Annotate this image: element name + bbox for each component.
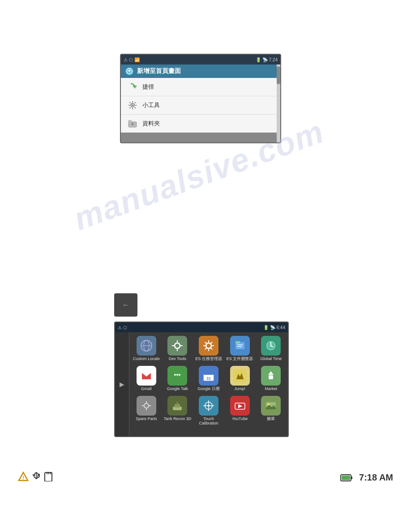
google-talk-icon bbox=[167, 366, 187, 386]
time-text: 7:18 AM bbox=[359, 472, 393, 482]
network-icon: 📡 bbox=[262, 57, 268, 62]
app-item-google-cal[interactable]: 31 Google 日曆 bbox=[193, 364, 224, 393]
gallery-label: 圖庫 bbox=[267, 416, 275, 421]
svg-text:31: 31 bbox=[206, 376, 211, 381]
svg-point-9 bbox=[175, 343, 180, 348]
tank-recon-label: Tank Recon 3D bbox=[164, 416, 192, 421]
spare-parts-label: Spare Parts bbox=[136, 416, 157, 421]
app-item-gmail[interactable]: Gmail bbox=[131, 364, 162, 393]
widget-label: 小工具 bbox=[142, 101, 160, 109]
folder-icon bbox=[127, 118, 138, 129]
dialog-item-shortcut[interactable]: 捷徑 bbox=[121, 78, 280, 96]
google-talk-label: Google Talk bbox=[167, 386, 188, 391]
screenshot1-container: ⚠ ⬡ 📶 🔋 📡 7:24 新增至首頁畫面 捷徑 bbox=[120, 54, 281, 143]
app-item-spare-parts[interactable]: Spare Parts bbox=[131, 394, 162, 428]
svg-text:!: ! bbox=[22, 475, 24, 481]
svg-rect-43 bbox=[234, 369, 246, 382]
google-cal-label: Google 日曆 bbox=[197, 386, 220, 391]
app-drawer-sidebar: ▶ bbox=[115, 332, 129, 436]
app-item-market[interactable]: Market bbox=[256, 364, 286, 393]
app-item-global-time[interactable]: Global Time bbox=[256, 334, 286, 363]
svg-marker-34 bbox=[174, 378, 176, 381]
market-label: Market bbox=[265, 386, 277, 391]
app-item-touch-cal[interactable]: Touch Calibration bbox=[193, 394, 224, 428]
jump-label: Jump! bbox=[234, 386, 245, 391]
svg-point-70 bbox=[38, 476, 39, 477]
statusbar-right-icons: 🔋 📡 7:24 bbox=[256, 57, 278, 62]
scrollbar-thumb bbox=[277, 66, 280, 84]
back-button-square[interactable]: ← bbox=[114, 293, 137, 317]
svg-rect-39 bbox=[203, 371, 214, 375]
time-display-2: 6:44 bbox=[277, 325, 285, 330]
es-file-label: ES 文件瀏覽器 bbox=[227, 356, 253, 361]
warning-icon-2: ⚠ bbox=[118, 325, 122, 330]
svg-rect-73 bbox=[48, 472, 49, 474]
shortcut-icon bbox=[127, 82, 138, 92]
app-item-dev-tools[interactable]: Dev Tools bbox=[163, 334, 193, 363]
global-time-icon bbox=[261, 336, 281, 356]
svg-rect-77 bbox=[342, 476, 350, 480]
es-task-icon bbox=[199, 336, 218, 356]
app-item-tank-recon[interactable]: Tank Recon 3D bbox=[163, 394, 193, 428]
dialog-title: 新增至首頁畫面 bbox=[137, 67, 181, 75]
svg-line-19 bbox=[205, 342, 207, 344]
dialog-item-widget[interactable]: 小工具 bbox=[121, 96, 280, 115]
app-drawer-body: ▶ Custom Locale Dev Tools bbox=[115, 332, 288, 436]
google-cal-icon: 31 bbox=[199, 366, 218, 386]
warning-triangle-icon: ! bbox=[18, 472, 29, 484]
app-item-youtube[interactable]: ▶ YouTube bbox=[225, 394, 255, 428]
svg-line-22 bbox=[205, 348, 207, 349]
widget-gear-icon bbox=[127, 100, 138, 111]
shortcut-label: 捷徑 bbox=[142, 83, 154, 91]
gallery-icon bbox=[261, 396, 281, 416]
svg-point-31 bbox=[270, 345, 272, 347]
app-grid: Custom Locale Dev Tools ES 任務管理器 bbox=[131, 334, 286, 428]
app-item-custom-locale[interactable]: Custom Locale bbox=[131, 334, 162, 363]
gmail-icon bbox=[137, 366, 156, 386]
folder-label: 資料夾 bbox=[142, 120, 160, 128]
svg-rect-74 bbox=[50, 472, 51, 474]
usb-bottom-icon bbox=[31, 472, 41, 484]
bottom-time: 7:18 AM bbox=[340, 472, 393, 483]
app-item-gallery[interactable]: 圖庫 bbox=[256, 394, 286, 428]
dialog-title-bar: 新增至首頁畫面 bbox=[121, 64, 280, 78]
svg-rect-45 bbox=[269, 375, 273, 379]
battery-icon-2: 🔋 bbox=[263, 325, 269, 330]
svg-point-2 bbox=[132, 104, 133, 106]
youtube-label: YouTube bbox=[232, 416, 248, 421]
svg-point-69 bbox=[34, 476, 35, 477]
custom-locale-icon bbox=[137, 336, 156, 356]
jump-icon bbox=[230, 366, 250, 386]
sd-card-icon bbox=[44, 472, 53, 484]
es-task-label: ES 任務管理器 bbox=[195, 356, 222, 361]
screenshot2-container: ⚠ ⬡ 🔋 📡 6:44 ▶ Custom Locale bbox=[114, 322, 289, 437]
youtube-icon: ▶ bbox=[230, 396, 250, 416]
statusbar2-right: 🔋 📡 6:44 bbox=[263, 325, 285, 330]
app-item-jump[interactable]: Jump! bbox=[225, 364, 255, 393]
statusbar-1: ⚠ ⬡ 📶 🔋 📡 7:24 bbox=[121, 55, 280, 64]
dialog-item-folder[interactable]: 資料夾 bbox=[121, 115, 280, 133]
app-item-es-file[interactable]: ES 文件瀏覽器 bbox=[225, 334, 255, 363]
touch-cal-icon bbox=[199, 396, 218, 416]
es-file-icon bbox=[230, 336, 250, 356]
custom-locale-label: Custom Locale bbox=[133, 356, 160, 361]
signal-icon: 📶 bbox=[134, 57, 140, 62]
dialog-scrollbar[interactable] bbox=[277, 64, 280, 142]
drawer-scroll-arrow[interactable]: ▶ bbox=[120, 381, 124, 388]
bottom-statusbar: ! 7:18 bbox=[0, 468, 411, 487]
usb-icon-2: ⬡ bbox=[123, 325, 127, 330]
svg-line-20 bbox=[210, 348, 212, 349]
svg-rect-24 bbox=[235, 341, 240, 343]
time-display: 7:24 bbox=[269, 57, 278, 62]
svg-rect-72 bbox=[47, 472, 47, 474]
svg-line-21 bbox=[210, 342, 212, 344]
back-arrow-icon: ← bbox=[122, 301, 129, 309]
warning-icon: ⚠ bbox=[124, 57, 128, 62]
app-item-es-task[interactable]: ES 任務管理器 bbox=[193, 334, 224, 363]
svg-point-60 bbox=[208, 405, 210, 407]
tank-recon-icon bbox=[167, 396, 187, 416]
app-item-google-talk[interactable]: Google Talk bbox=[163, 364, 193, 393]
svg-rect-55 bbox=[176, 402, 178, 405]
spare-parts-icon bbox=[137, 396, 156, 416]
statusbar2-left: ⚠ ⬡ bbox=[118, 325, 127, 330]
